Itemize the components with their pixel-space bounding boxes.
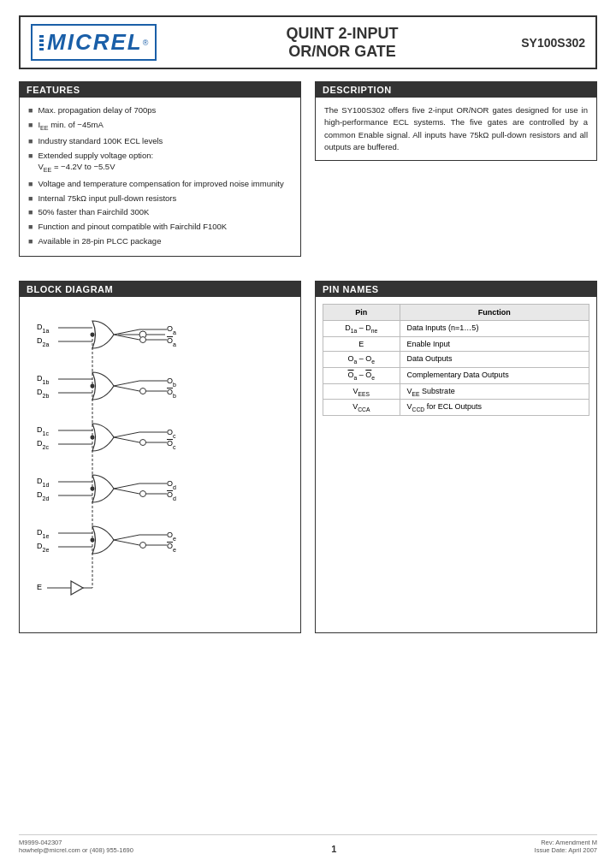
svg-text:Od: Od (167, 479, 176, 490)
svg-marker-61 (71, 581, 83, 595)
header-title: QUINT 2-INPUT OR/NOR GATE (185, 25, 500, 61)
svg-text:Oe: Oe (167, 531, 176, 542)
footer-left: M9999-042307 howhelp@micrel.com or (408)… (19, 839, 133, 854)
pin-names-content: Pin Function D1a – Dne Data Inputs (n=1…… (316, 297, 596, 423)
logo-reg: ® (143, 39, 149, 47)
svg-text:D2b: D2b (37, 388, 49, 399)
svg-text:Ob: Ob (167, 377, 176, 388)
svg-text:D1b: D1b (37, 374, 49, 385)
page: MICREL ® QUINT 2-INPUT OR/NOR GATE SY100… (0, 0, 616, 866)
svg-text:Ob: Ob (167, 388, 176, 399)
features-column: FEATURES ■ Max. propagation delay of 700… (19, 81, 301, 269)
logo-decoration (39, 34, 44, 51)
footer-page-number: 1 (331, 844, 336, 854)
footer-doc-number: M9999-042307 (19, 839, 133, 846)
pin-cell: Oa – Oe (323, 351, 400, 367)
svg-line-11 (114, 335, 139, 340)
function-cell: VEE Substrate (400, 383, 589, 400)
svg-text:D1e: D1e (37, 528, 49, 539)
table-row: Oa – Oe Data Outputs (323, 351, 589, 367)
block-diagram-box: BLOCK DIAGRAM D1a D2a (19, 281, 301, 633)
features-box: FEATURES ■ Max. propagation delay of 700… (19, 81, 301, 257)
svg-text:D2c: D2c (37, 439, 49, 450)
block-diagram-svg: D1a D2a Oa (28, 305, 285, 622)
feature-text: IEE min. of −45mA (38, 119, 103, 133)
svg-text:Oa: Oa (167, 324, 176, 335)
list-item: ■ Extended supply voltage option:VEE = −… (28, 150, 292, 175)
feature-text: Max. propagation delay of 700ps (38, 104, 156, 116)
features-heading: FEATURES (20, 82, 300, 98)
svg-point-66 (91, 436, 95, 440)
logo-area: MICREL ® (31, 24, 185, 61)
footer-contact: howhelp@micrel.com or (408) 955-1690 (19, 846, 133, 854)
pin-col-header: Pin (323, 305, 400, 321)
footer-right: Rev: Amendment M Issue Date: April 2007 (535, 839, 597, 854)
bullet: ■ (28, 151, 33, 162)
function-cell: Enable Input (400, 336, 589, 351)
feature-text: Available in 28-pin PLCC package (38, 235, 161, 246)
svg-line-30 (114, 432, 139, 437)
svg-line-19 (114, 381, 139, 386)
list-item: ■ IEE min. of −45mA (28, 119, 292, 133)
svg-point-55 (140, 543, 146, 549)
list-item: ■ Function and pinout compatible with Fa… (28, 221, 292, 233)
list-item: ■ Internal 75kΩ input pull-down resistor… (28, 193, 292, 205)
svg-line-21 (114, 386, 139, 391)
table-row: D1a – Dne Data Inputs (n=1…5) (323, 321, 589, 337)
svg-text:E: E (37, 583, 42, 591)
description-text: The SY100S302 offers five 2-input OR/NOR… (316, 98, 596, 160)
svg-text:D1c: D1c (37, 425, 49, 436)
description-column: DESCRIPTION The SY100S302 offers five 2-… (315, 81, 597, 269)
pin-table: Pin Function D1a – Dne Data Inputs (n=1…… (323, 304, 589, 416)
svg-line-9 (114, 329, 139, 335)
bullet: ■ (28, 179, 33, 190)
list-item: ■ 50% faster than Fairchild 300K (28, 206, 292, 218)
table-row: VEES VEE Substrate (323, 383, 589, 400)
pin-names-heading: PIN NAMES (316, 282, 596, 297)
svg-point-64 (91, 333, 95, 337)
footer-rev: Rev: Amendment M (535, 839, 597, 846)
bullet: ■ (28, 120, 33, 131)
svg-point-68 (91, 538, 95, 543)
description-heading: DESCRIPTION (316, 82, 596, 98)
function-cell: Data Outputs (400, 351, 589, 367)
svg-point-67 (91, 487, 95, 491)
svg-point-22 (140, 389, 146, 394)
diagram-content: D1a D2a Oa (20, 297, 300, 632)
block-diagram-heading: BLOCK DIAGRAM (20, 282, 300, 297)
features-content: ■ Max. propagation delay of 700ps ■ IEE … (20, 98, 300, 256)
pin-cell: E (323, 336, 400, 351)
pin-cell: Oa – Oe (323, 367, 400, 383)
feature-text: Function and pinout compatible with Fair… (38, 221, 227, 232)
description-box: DESCRIPTION The SY100S302 offers five 2-… (315, 81, 597, 161)
svg-text:D2a: D2a (37, 336, 49, 347)
bullet: ■ (28, 136, 33, 147)
footer-date: Issue Date: April 2007 (535, 846, 597, 854)
features-description-row: FEATURES ■ Max. propagation delay of 700… (19, 81, 597, 269)
bullet: ■ (28, 105, 33, 116)
svg-text:Oe: Oe (167, 542, 176, 553)
table-row: Oa – Oe Complementary Data Outputs (323, 367, 589, 383)
pin-cell: VCCA (323, 400, 400, 416)
pin-cell: D1a – Dne (323, 321, 400, 337)
part-number: SY100S302 (500, 36, 585, 50)
title-line1: QUINT 2-INPUT (185, 25, 500, 43)
svg-point-44 (140, 491, 146, 497)
bullet: ■ (28, 207, 33, 218)
svg-point-12 (140, 337, 146, 343)
feature-text: 50% faster than Fairchild 300K (38, 206, 149, 217)
svg-text:Oc: Oc (167, 428, 176, 439)
svg-text:D2e: D2e (37, 542, 49, 553)
svg-text:Oc: Oc (167, 439, 176, 450)
bullet: ■ (28, 193, 33, 205)
list-item: ■ Available in 28-pin PLCC package (28, 235, 292, 247)
svg-line-54 (114, 540, 139, 545)
footer: M9999-042307 howhelp@micrel.com or (408)… (19, 834, 597, 854)
feature-text: Industry standard 100K ECL levels (38, 135, 163, 146)
svg-point-33 (140, 440, 146, 446)
svg-text:Od: Od (167, 490, 176, 501)
pin-names-box: PIN NAMES Pin Function D1a – Dne Data In… (315, 281, 597, 633)
list-item: ■ Industry standard 100K ECL levels (28, 135, 292, 147)
table-row: VCCA VCCD for ECL Outputs (323, 400, 589, 416)
svg-point-65 (91, 384, 95, 389)
